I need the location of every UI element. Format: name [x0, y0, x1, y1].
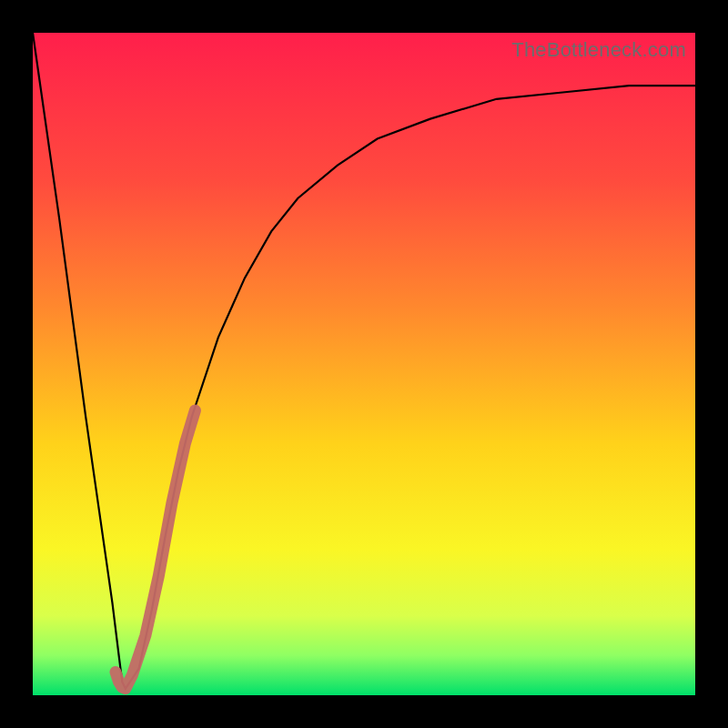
curve-layer — [33, 33, 695, 695]
bottleneck-curve — [33, 33, 695, 689]
plot-area: TheBottleneck.com — [33, 33, 695, 695]
highlight-segment — [116, 410, 195, 689]
chart-frame: TheBottleneck.com — [0, 0, 728, 728]
